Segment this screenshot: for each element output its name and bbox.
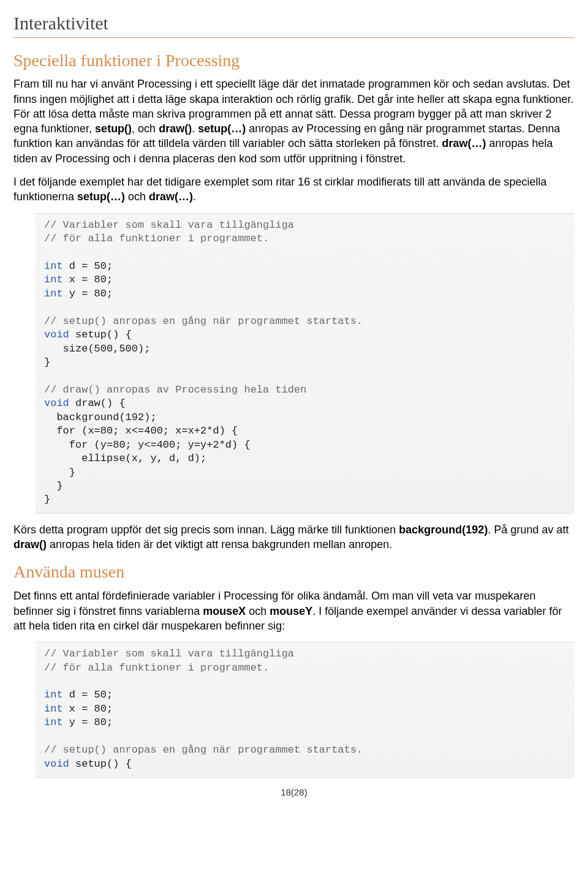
code-ref-draw: draw(…) bbox=[149, 190, 193, 203]
code-comment: // för alla funktioner i programmet. bbox=[44, 233, 269, 244]
code-ref-draw: draw(…) bbox=[442, 137, 486, 149]
code-ref-background: background(192) bbox=[399, 524, 488, 536]
page-number: 18(28) bbox=[13, 786, 575, 799]
paragraph: Det finns ett antal fördefinierade varia… bbox=[13, 588, 575, 633]
code-text: d = 50; bbox=[63, 689, 113, 701]
text: , och bbox=[132, 122, 159, 135]
code-text: x = 80; bbox=[63, 274, 113, 285]
code-ref-setup: setup(…) bbox=[198, 122, 246, 135]
text: . På grund av att bbox=[488, 524, 568, 536]
code-text: size(500,500); bbox=[44, 343, 150, 355]
section-heading-speciella: Speciella funktioner i Processing bbox=[13, 49, 575, 72]
text: . bbox=[193, 190, 196, 203]
section-heading-musen: Använda musen bbox=[13, 560, 575, 584]
text: . bbox=[192, 122, 198, 135]
code-keyword: void bbox=[44, 397, 69, 409]
code-ref-setup: setup(…) bbox=[77, 190, 125, 203]
text: Körs detta program uppför det sig precis… bbox=[13, 524, 399, 536]
code-ref-mousey: mouseY bbox=[270, 605, 312, 617]
code-keyword: int bbox=[44, 274, 63, 285]
code-keyword: void bbox=[44, 329, 69, 340]
code-keyword: int bbox=[44, 703, 63, 715]
code-keyword: int bbox=[44, 288, 63, 299]
code-text: setup() { bbox=[69, 329, 132, 340]
code-text: d = 50; bbox=[63, 260, 113, 272]
text: och bbox=[246, 605, 270, 617]
paragraph: Fram till nu har vi använt Processing i … bbox=[13, 77, 575, 166]
code-text: ellipse(x, y, d, d); bbox=[44, 453, 206, 464]
paragraph: I det följande exemplet har det tidigare… bbox=[13, 175, 575, 205]
code-text: for (x=80; x<=400; x=x+2*d) { bbox=[44, 425, 238, 437]
code-ref-draw: draw() bbox=[159, 122, 192, 135]
text: och bbox=[125, 190, 149, 203]
page-title: Interaktivitet bbox=[13, 11, 575, 38]
code-text: } bbox=[44, 467, 75, 478]
code-ref-draw: draw() bbox=[13, 538, 47, 551]
code-comment: // Variabler som skall vara tillgängliga bbox=[44, 219, 294, 231]
code-keyword: int bbox=[44, 689, 63, 701]
code-text: y = 80; bbox=[63, 288, 113, 299]
code-text: for (y=80; y<=400; y=y+2*d) { bbox=[44, 439, 251, 451]
code-text: setup() { bbox=[69, 758, 132, 770]
code-keyword: void bbox=[44, 758, 69, 770]
code-text: } bbox=[44, 494, 50, 505]
code-block-example-1: // Variabler som skall vara tillgängliga… bbox=[36, 213, 575, 514]
text: anropas hela tiden är det viktigt att re… bbox=[47, 538, 392, 551]
code-comment: // setup() anropas en gång när programme… bbox=[44, 744, 363, 756]
code-text: background(192); bbox=[44, 412, 157, 423]
code-keyword: int bbox=[44, 260, 63, 272]
code-text: } bbox=[44, 356, 50, 368]
code-ref-mousex: mouseX bbox=[203, 605, 246, 617]
code-text: y = 80; bbox=[63, 716, 113, 728]
code-ref-setup: setup() bbox=[95, 122, 132, 135]
code-text: x = 80; bbox=[63, 703, 113, 715]
code-comment: // Variabler som skall vara tillgängliga bbox=[44, 648, 294, 660]
code-comment: // draw() anropas av Processing hela tid… bbox=[44, 384, 306, 396]
code-comment: // setup() anropas en gång när programme… bbox=[44, 315, 363, 327]
code-text: } bbox=[44, 480, 63, 492]
code-keyword: int bbox=[44, 716, 63, 728]
code-text: draw() { bbox=[69, 397, 126, 409]
code-comment: // för alla funktioner i programmet. bbox=[44, 662, 269, 674]
code-block-example-2: // Variabler som skall vara tillgängliga… bbox=[36, 642, 575, 778]
paragraph: Körs detta program uppför det sig precis… bbox=[13, 522, 575, 552]
